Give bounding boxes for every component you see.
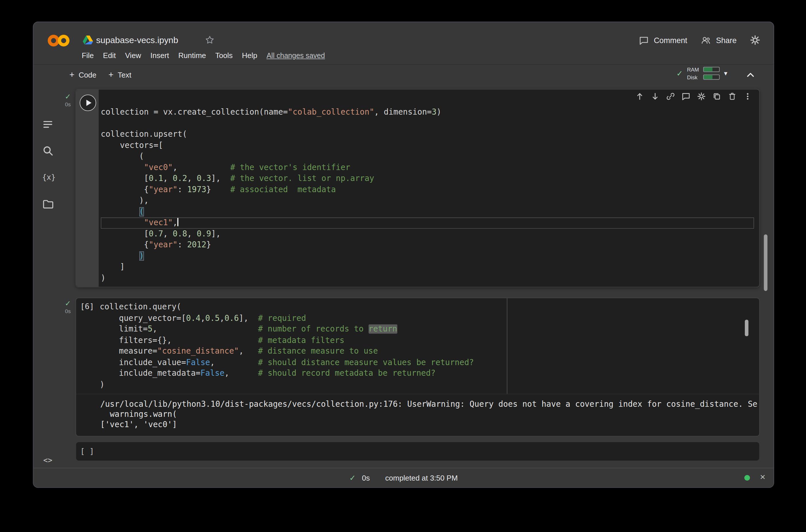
comment-button[interactable]: Comment	[639, 35, 687, 45]
code-line[interactable]: include_metadata=False, # should record …	[100, 368, 754, 379]
star-icon[interactable]	[205, 35, 214, 44]
text-cursor	[177, 218, 179, 226]
code-line[interactable]: collection = vx.create_collection(name="…	[101, 107, 754, 118]
code-line[interactable]: )	[100, 379, 754, 390]
share-button[interactable]: Share	[701, 35, 736, 44]
code-line[interactable]: limit=5, # number of records to return	[100, 324, 754, 335]
left-sidebar: {x} <>	[33, 64, 62, 469]
collapse-header-button[interactable]	[745, 70, 756, 81]
code-token	[101, 118, 106, 128]
search-icon[interactable]	[42, 145, 53, 156]
empty-code-cell[interactable]: [ ]	[76, 441, 760, 461]
menu-edit[interactable]: Edit	[103, 52, 116, 60]
add-text-button[interactable]: + Text	[109, 69, 132, 81]
play-icon	[86, 100, 91, 106]
mirror-cell-icon[interactable]	[712, 92, 721, 100]
add-code-button[interactable]: + Code	[70, 69, 97, 81]
code-line[interactable]: include_value=False, # should distance m…	[100, 357, 754, 368]
cell-settings-gear-icon[interactable]	[697, 92, 706, 100]
ram-label: RAM	[687, 66, 701, 72]
code-token: ,	[187, 229, 196, 238]
code-line[interactable]: {"year": 2012}	[101, 240, 754, 250]
code-token: (	[101, 152, 144, 161]
code-line[interactable]	[101, 118, 754, 129]
code-editor[interactable]: collection.query( query_vector=[0.4,0.5,…	[76, 298, 759, 394]
status-message: ✓ 0s completed at 3:50 PM	[33, 468, 773, 487]
code-line[interactable]: measure="cosine_distance", # distance me…	[100, 346, 754, 357]
titlebar: supabase-vecs.ipynb File Edit View Inser…	[33, 22, 773, 65]
cell-scrollbar-thumb[interactable]	[745, 320, 749, 336]
close-status-bar-icon[interactable]: ×	[760, 472, 766, 483]
code-token: 0.6	[224, 314, 239, 323]
code-line[interactable]: ]	[101, 262, 754, 272]
code-line[interactable]: (	[101, 207, 754, 217]
move-cell-up-icon[interactable]	[635, 92, 644, 100]
code-token: include_value=	[100, 358, 186, 367]
code-line[interactable]: [0.7, 0.8, 0.9],	[101, 228, 754, 239]
menu-insert[interactable]: Insert	[151, 52, 169, 60]
code-line[interactable]: [0.1, 0.2, 0.3], # the vector. list or n…	[101, 173, 754, 184]
table-of-contents-icon[interactable]	[42, 119, 53, 130]
move-cell-down-icon[interactable]	[651, 92, 659, 100]
code-token: collection = vx.create_collection(name=	[101, 108, 288, 117]
code-token: ]	[101, 262, 125, 271]
variables-icon[interactable]: {x}	[42, 172, 53, 183]
code-line[interactable]: {"year": 1973} # associated metadata	[101, 185, 754, 195]
code-cell-1[interactable]: collection = vx.create_collection(name="…	[76, 89, 760, 287]
notebook-title[interactable]: supabase-vecs.ipynb	[96, 35, 178, 46]
code-token: # the vector. list or np.array	[230, 174, 374, 183]
code-token: "year"	[149, 185, 177, 194]
code-token: (	[139, 207, 144, 216]
link-to-cell-icon[interactable]	[666, 92, 675, 100]
settings-gear-icon[interactable]	[750, 35, 760, 45]
code-line[interactable]: )	[101, 250, 754, 261]
delete-cell-icon[interactable]	[728, 92, 736, 100]
code-line[interactable]: query_vector=[0.4,0.5,0.6], # required	[100, 313, 754, 324]
code-line[interactable]: (	[101, 151, 754, 162]
code-line[interactable]: "vec1",	[101, 217, 754, 228]
menu-help[interactable]: Help	[242, 52, 257, 60]
status-exec-time: 0s	[362, 474, 370, 482]
files-folder-icon[interactable]	[42, 198, 53, 210]
code-token: ,	[210, 358, 258, 367]
more-options-icon[interactable]	[743, 92, 752, 100]
runtime-connected-check-icon: ✓	[676, 69, 683, 78]
code-line[interactable]: ),	[101, 195, 754, 206]
chevron-down-icon[interactable]: ▾	[724, 70, 728, 77]
code-token: }	[206, 185, 230, 194]
code-token: # the vector's identifier	[230, 163, 350, 172]
code-token: # metadata filters	[258, 336, 344, 345]
add-comment-icon[interactable]	[682, 92, 690, 100]
menu-runtime[interactable]: Runtime	[178, 52, 206, 60]
code-token: ,	[220, 314, 225, 323]
people-icon	[701, 35, 711, 44]
code-line[interactable]: collection.upsert(	[101, 129, 754, 140]
code-cell-2[interactable]: [6] collection.query( query_vector=[0.4,…	[76, 298, 760, 436]
code-token: [	[101, 174, 149, 183]
code-token: limit=	[100, 324, 148, 334]
menu-file[interactable]: File	[82, 52, 94, 60]
resource-monitor[interactable]: ✓ RAM Disk ▾	[676, 66, 727, 80]
menu-tools[interactable]: Tools	[215, 52, 233, 60]
column-ruler	[507, 298, 507, 394]
code-token	[101, 207, 139, 216]
code-token	[101, 163, 144, 172]
notebook-scrollbar-thumb[interactable]	[764, 234, 768, 291]
save-status[interactable]: All changes saved	[267, 52, 325, 60]
code-editor[interactable]: collection = vx.create_collection(name="…	[99, 89, 760, 287]
code-line[interactable]: )	[101, 272, 754, 284]
code-snippets-icon[interactable]: <>	[42, 454, 53, 466]
disk-usage-bar	[704, 74, 720, 80]
menu-view[interactable]: View	[125, 52, 141, 60]
code-token: vectors=[	[101, 140, 163, 150]
code-line[interactable]: vectors=[	[101, 140, 754, 151]
code-line[interactable]: collection.query(	[100, 302, 754, 312]
colab-logo-icon[interactable]	[47, 33, 70, 49]
code-line[interactable]: "vec0", # the vector's identifier	[101, 162, 754, 173]
comment-bubble-icon	[639, 35, 649, 45]
code-token: 0.2	[173, 174, 187, 183]
code-line[interactable]: filters={}, # metadata filters	[100, 335, 754, 346]
menubar: File Edit View Insert Runtime Tools Help…	[82, 52, 325, 60]
code-token: # should record metadata be returned?	[258, 368, 436, 378]
run-cell-button[interactable]	[80, 95, 96, 111]
